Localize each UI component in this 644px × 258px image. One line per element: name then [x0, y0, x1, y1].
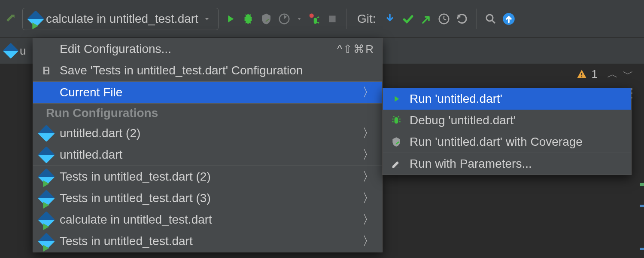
- menu-label: Run 'untitled.dart': [410, 92, 623, 106]
- menu-label: untitled.dart: [60, 148, 356, 162]
- run-file-item[interactable]: Run 'untitled.dart': [383, 88, 631, 110]
- edit-configurations-item[interactable]: Edit Configurations... ^⇧⌘R: [33, 38, 382, 60]
- menu-label: Tests in untitled_test.dart: [60, 234, 356, 248]
- svg-point-4: [486, 15, 493, 21]
- gutter-mark: [640, 205, 644, 207]
- dart-icon: [39, 127, 54, 139]
- menu-label: Save 'Tests in untitled_test.dart' Confi…: [60, 64, 374, 77]
- history-icon[interactable]: [437, 12, 450, 25]
- main-toolbar: calculate in untitled_test.dart Git:: [0, 0, 644, 38]
- debug-icon[interactable]: [242, 12, 255, 25]
- coverage-file-item[interactable]: Run 'untitled.dart' with Coverage: [383, 131, 631, 153]
- chevron-down-icon[interactable]: [296, 15, 303, 22]
- git-label: Git:: [357, 12, 376, 26]
- build-icon[interactable]: [4, 12, 17, 25]
- save-configuration-item[interactable]: Save 'Tests in untitled_test.dart' Confi…: [33, 60, 382, 81]
- toolbar-divider: [476, 9, 477, 29]
- run-config-item[interactable]: untitled.dart (2) 〉: [33, 123, 382, 144]
- run-config-item[interactable]: Tests in untitled_test.dart (3) 〉: [33, 187, 382, 209]
- run-config-label: calculate in untitled_test.dart: [46, 12, 198, 26]
- run-config-item[interactable]: Tests in untitled_test.dart 〉: [33, 230, 382, 252]
- menu-label: Debug 'untitled.dart': [410, 114, 623, 127]
- run-icon[interactable]: [224, 12, 237, 25]
- current-file-submenu: Run 'untitled.dart' Debug 'untitled.dart…: [383, 88, 632, 175]
- save-icon: [39, 65, 54, 76]
- gutter-mark: [640, 248, 644, 250]
- warning-icon: [576, 68, 587, 80]
- menu-label: calculate in untitled_test.dart: [60, 213, 356, 227]
- menu-label: Run with Parameters...: [410, 157, 623, 171]
- push-icon[interactable]: [419, 12, 432, 25]
- edit-icon: [389, 159, 404, 169]
- profile-icon[interactable]: [278, 12, 291, 25]
- current-file-item[interactable]: Current File 〉: [33, 82, 382, 103]
- update-project-icon[interactable]: [383, 12, 396, 25]
- chevron-right-icon: 〉: [362, 169, 374, 185]
- debug-file-item[interactable]: Debug 'untitled.dart': [383, 110, 631, 131]
- run-config-item[interactable]: untitled.dart 〉: [33, 144, 382, 166]
- gutter-mark: [640, 183, 644, 186]
- run-config-item[interactable]: Tests in untitled_test.dart (2) 〉: [33, 166, 382, 187]
- run-params-item[interactable]: Run with Parameters...: [383, 153, 631, 175]
- chevron-right-icon: 〉: [362, 84, 374, 101]
- menu-label: untitled.dart (2): [60, 126, 356, 140]
- dart-file-icon: [3, 43, 19, 59]
- dart-test-icon: [39, 214, 54, 226]
- coverage-icon: [389, 136, 404, 147]
- run-config-selector[interactable]: calculate in untitled_test.dart: [22, 8, 219, 30]
- svg-rect-2: [329, 15, 335, 22]
- chevron-right-icon: 〉: [362, 212, 374, 228]
- editor-gutter-marks: [640, 84, 644, 258]
- menu-label: Current File: [60, 86, 356, 99]
- shortcut-label: ^⇧⌘R: [337, 43, 374, 56]
- chevron-right-icon: 〉: [362, 147, 374, 163]
- dart-icon: [39, 149, 54, 161]
- dart-test-icon: [39, 192, 54, 204]
- menu-label: Tests in untitled_test.dart (2): [60, 170, 356, 184]
- tab-filename: u: [20, 44, 26, 58]
- dart-test-icon: [27, 10, 44, 28]
- chevron-right-icon: 〉: [362, 125, 374, 141]
- next-problem-icon[interactable]: ﹀: [623, 67, 634, 82]
- dart-test-icon: [39, 171, 54, 183]
- stop-icon: [326, 12, 339, 25]
- run-icon: [389, 94, 404, 104]
- editor-tab[interactable]: u: [5, 44, 26, 58]
- chevron-right-icon: 〉: [362, 190, 374, 206]
- run-config-item[interactable]: calculate in untitled_test.dart 〉: [33, 209, 382, 230]
- debug-icon: [389, 115, 404, 126]
- rollback-icon[interactable]: [456, 12, 468, 25]
- menu-label: Run 'untitled.dart' with Coverage: [410, 135, 623, 149]
- commit-icon[interactable]: [401, 12, 414, 25]
- sync-icon[interactable]: [502, 12, 515, 25]
- chevron-down-icon: [203, 15, 211, 23]
- prev-problem-icon[interactable]: ︿: [607, 67, 618, 82]
- warning-count: 1: [592, 68, 598, 81]
- coverage-icon[interactable]: [260, 12, 273, 25]
- dart-test-icon: [39, 235, 54, 247]
- search-icon[interactable]: [484, 12, 497, 25]
- toolbar-divider: [346, 9, 347, 29]
- menu-section-header: Run Configurations: [33, 104, 382, 123]
- menu-label: Tests in untitled_test.dart (3): [60, 191, 356, 205]
- chevron-right-icon: 〉: [362, 233, 374, 249]
- run-config-menu: Edit Configurations... ^⇧⌘R Save 'Tests …: [33, 38, 383, 252]
- menu-label: Edit Configurations...: [60, 42, 331, 56]
- attach-debugger-icon[interactable]: [308, 12, 321, 25]
